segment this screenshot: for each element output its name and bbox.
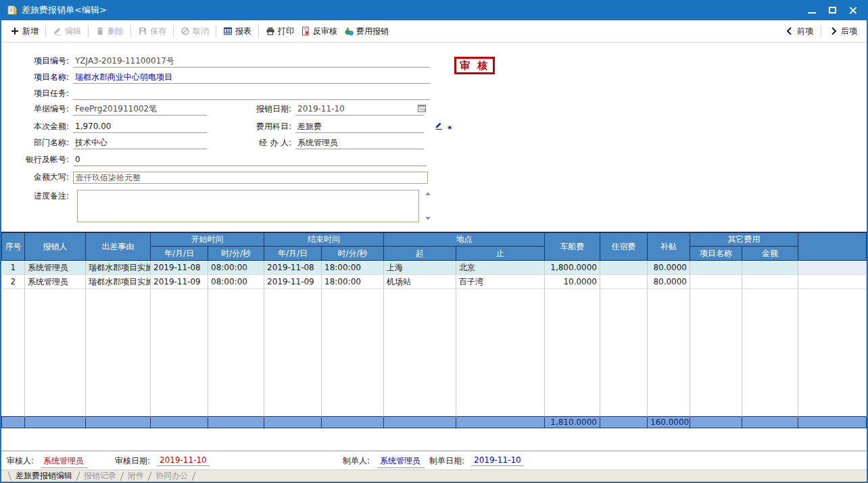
progress-note-label: 进度备注: [1,190,73,203]
table-row-cell[interactable]: 18:00:00 [322,275,384,289]
empty-row-cell [742,303,798,317]
prev-item-button[interactable]: 前项 [781,24,817,39]
maximize-button[interactable] [822,2,842,18]
edit-button-label: 编辑 [65,26,81,37]
empty-row-cell [322,317,384,332]
expense-claim-button[interactable]: 费用报销 [341,24,392,39]
empty-row-cell [456,332,545,346]
save-button-label: 保存 [150,26,166,37]
save-button[interactable]: 保存 [135,24,170,39]
print-button-label: 打印 [278,26,294,37]
handler-field[interactable]: 系统管理员 [295,137,424,149]
col-header-seq: 序号 [2,233,25,261]
empty-row-cell [600,388,648,403]
table-row-cell[interactable]: 2019-11-09 [151,275,208,289]
empty-row-cell [545,374,600,388]
doc-no-field[interactable]: FeePrg201911002笔 [73,103,207,116]
report-grid-icon [223,26,233,36]
tab-collaboration[interactable]: 协同办公 [150,470,193,482]
col-header-place: 地点 [384,233,545,247]
table-row-cell[interactable]: 18:00:00 [322,261,384,275]
edit-pen-icon[interactable] [434,121,443,130]
table-row[interactable]: 2系统管理员瑞都水郡项目实施2019-11-0908:00:002019-11-… [2,275,867,289]
empty-row-cell [2,289,25,303]
amount-field[interactable]: 1,970.00 [73,121,207,133]
close-button[interactable] [842,2,863,18]
scroll-up-arrow[interactable] [425,192,431,195]
table-row-cell[interactable] [600,275,648,289]
doc-no-label: 单据编号: [1,103,73,116]
edit-button[interactable]: 编辑 [49,24,85,39]
empty-row [2,403,867,417]
table-row-cell[interactable]: 2019-11-08 [151,261,208,275]
empty-row-cell [151,332,208,346]
table-row-cell[interactable]: 08:00:00 [208,275,264,289]
department-field[interactable]: 技术中心 [73,137,207,149]
tab-claim-records[interactable]: 报销记录 [78,470,122,482]
minimize-icon [808,12,816,14]
make-date-label: 制单日期: [429,455,464,467]
report-button[interactable]: 报表 [220,24,255,39]
progress-note-field[interactable] [77,190,419,222]
table-row-cell[interactable]: 瑞都水郡项目实施 [86,275,151,289]
title-bar: 差旅费报销单<编辑> [1,0,867,20]
table-row-cell[interactable]: 80.0000 [648,275,690,289]
table-row-cell[interactable] [690,261,742,275]
table-row-cell[interactable] [798,275,867,289]
cancel-button[interactable]: 取消 [177,24,212,39]
empty-row-cell [798,403,867,417]
tab-expense-edit[interactable]: 差旅费报销编辑 [10,470,78,482]
expense-subject-field[interactable]: 差旅费 [295,121,424,133]
table-row-cell[interactable]: 机场站 [384,275,456,289]
table-row-cell[interactable]: 08:00:00 [208,261,264,275]
tab-attachments[interactable]: 附件 [122,470,149,482]
project-task-field[interactable] [73,88,430,100]
table-row-cell[interactable] [600,261,648,275]
table-row-cell[interactable]: 2019-11-09 [264,275,322,289]
delete-button[interactable]: 删除 [92,24,127,39]
empty-row-cell [648,388,690,403]
table-row[interactable]: 1系统管理员瑞都水郡项目实施2019-11-0808:00:002019-11-… [2,261,867,275]
project-no-field[interactable]: YZJA3-2019-11100017号 [73,55,430,68]
empty-row-cell [208,317,264,332]
table-row-cell[interactable]: 系统管理员 [25,275,86,289]
table-row-cell[interactable]: 北京 [456,261,545,275]
empty-row-cell [545,289,600,303]
table-row-cell[interactable]: 上海 [384,261,456,275]
amount-words-field[interactable]: 壹仟玖佰柒拾元整 [73,172,428,184]
empty-row-cell [545,388,600,403]
table-row-cell[interactable]: 百子湾 [456,275,545,289]
table-row-cell[interactable] [742,261,798,275]
empty-row-cell [600,289,648,303]
table-row-cell[interactable] [742,275,798,289]
new-button[interactable]: 新增 [7,24,42,39]
table-row-cell[interactable]: 10.0000 [545,275,600,289]
table-row-cell[interactable]: 1,800.0000 [545,261,600,275]
project-name-field[interactable]: 瑞都水郡商业中心弱电项目 [73,72,430,84]
claim-date-field[interactable]: 2019-11-10 [295,103,424,116]
cancel-icon [180,26,190,36]
audit-stamp: 审 核 [454,57,495,74]
empty-row-cell [25,317,86,332]
calendar-icon[interactable] [417,103,427,113]
print-button[interactable]: 打印 [262,24,297,39]
scroll-down-arrow[interactable] [425,217,431,220]
empty-row-cell [25,289,86,303]
table-row-cell[interactable] [798,261,867,275]
totals-row-cell [25,417,86,428]
minimize-button[interactable] [802,2,822,18]
unaudit-button[interactable]: 反审核 [297,24,341,39]
bank-account-field[interactable]: 0 [73,154,427,166]
table-row-cell[interactable]: 瑞都水郡项目实施 [86,261,151,275]
table-row-cell[interactable]: 系统管理员 [25,261,86,275]
empty-row-cell [25,346,86,360]
next-item-button[interactable]: 后项 [825,24,861,39]
table-row-cell[interactable] [690,275,742,289]
table-row-cell[interactable]: 1 [2,261,25,275]
table-row-cell[interactable]: 80.0000 [648,261,690,275]
table-row-cell[interactable]: 2 [2,275,25,289]
table-row-cell[interactable]: 2019-11-08 [264,261,322,275]
totals-row-cell [456,417,545,428]
empty-row-cell [742,289,798,303]
toolbar-separator [821,26,821,37]
